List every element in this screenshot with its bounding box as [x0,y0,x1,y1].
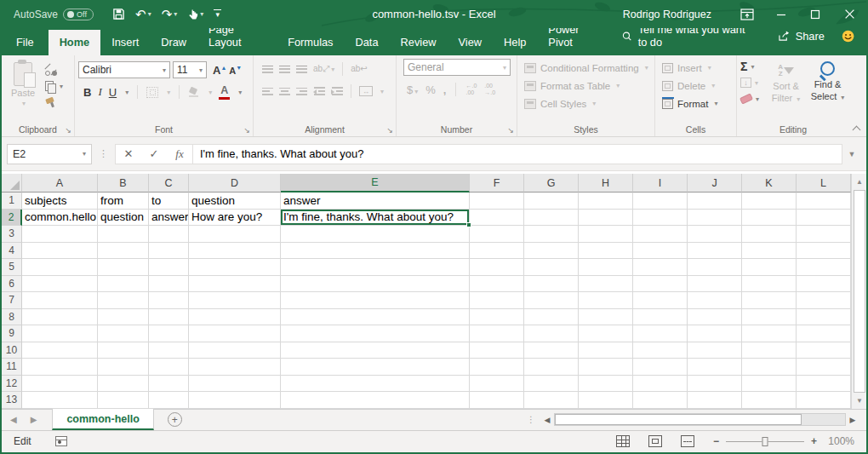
column-header-F[interactable]: F [470,174,524,193]
cell-H9[interactable] [579,325,633,342]
font-color-dropdown-icon[interactable]: ▾ [238,89,242,96]
cell-A6[interactable] [22,276,98,293]
cell-F3[interactable] [470,226,524,243]
paste-button[interactable]: Paste ▾ [5,59,41,108]
format-cells-dropdown-icon[interactable]: ▾ [714,100,717,107]
decrease-font-size-button[interactable]: A▼ [229,65,242,76]
cell-G10[interactable] [524,342,579,359]
cell-H2[interactable] [579,210,633,227]
cell-A11[interactable] [22,359,98,376]
row-header-12[interactable]: 12 [2,376,22,393]
zoom-out-button[interactable]: − [713,435,719,447]
minimize-button[interactable] [764,0,798,28]
ribbon-display-options-button[interactable] [730,0,764,28]
cell-J11[interactable] [688,359,742,376]
cell-L10[interactable] [797,342,851,359]
increase-font-size-button[interactable]: A▲ [213,64,226,77]
cell-styles-dropdown-icon[interactable]: ▾ [592,100,596,107]
previous-sheet-icon[interactable]: ◀ [10,415,17,424]
cell-B13[interactable] [98,392,149,409]
cell-C9[interactable] [149,325,189,342]
column-header-E[interactable]: E [281,174,470,193]
cell-D5[interactable] [189,259,281,276]
cell-J1[interactable] [688,193,742,210]
cell-F9[interactable] [470,325,524,342]
cell-I13[interactable] [633,392,688,409]
cell-I5[interactable] [633,259,688,276]
name-box[interactable]: E2 ▾ [7,144,92,164]
cell-D9[interactable] [189,325,281,342]
cell-K8[interactable] [742,309,797,326]
cell-I12[interactable] [633,376,688,393]
zoom-slider-thumb[interactable] [762,437,768,446]
cell-D6[interactable] [189,276,281,293]
cell-D2[interactable]: How are you? [189,210,281,227]
align-left-button[interactable] [262,88,273,95]
font-name-dropdown-icon[interactable]: ▾ [163,66,166,74]
column-header-K[interactable]: K [742,174,797,193]
font-size-dropdown-icon[interactable]: ▾ [199,66,203,74]
clipboard-dialog-launcher-icon[interactable]: ↘ [65,126,71,135]
cell-E6[interactable] [281,276,470,293]
cell-E7[interactable] [281,292,470,309]
cell-K3[interactable] [742,226,797,243]
cell-J4[interactable] [688,243,742,260]
cell-H12[interactable] [579,376,633,393]
format-as-table-dropdown-icon[interactable]: ▾ [616,82,620,89]
cell-B3[interactable] [98,226,149,243]
align-right-button[interactable] [296,88,307,95]
cell-E8[interactable] [281,309,470,326]
bold-button[interactable]: B [83,86,91,99]
number-format-dropdown-icon[interactable]: ▾ [503,64,506,72]
wrap-text-button[interactable]: ab↩ [351,65,368,73]
row-header-8[interactable]: 8 [2,309,22,326]
cell-J6[interactable] [688,276,742,293]
currency-button[interactable]: $▾ [407,83,418,96]
cell-B7[interactable] [98,292,149,309]
sort-filter-button[interactable]: AZ Sort & Filter ▾ [768,59,804,105]
cell-C3[interactable] [149,226,189,243]
cell-K6[interactable] [742,276,797,293]
close-button[interactable] [832,0,866,28]
collapse-ribbon-icon[interactable] [853,124,859,131]
cell-A8[interactable] [22,309,98,326]
borders-button-icon[interactable] [146,87,158,98]
column-header-I[interactable]: I [633,174,688,193]
column-header-J[interactable]: J [688,174,742,193]
cell-I7[interactable] [633,292,688,309]
cell-D11[interactable] [189,359,281,376]
cell-F4[interactable] [470,243,524,260]
cell-E2[interactable]: I'm fine, thanks. What about you? [281,210,470,227]
cell-L12[interactable] [797,376,851,393]
row-header-10[interactable]: 10 [2,342,22,359]
page-break-preview-button[interactable] [681,435,694,447]
row-header-13[interactable]: 13 [2,392,22,409]
cell-J3[interactable] [688,226,742,243]
cell-K10[interactable] [742,342,797,359]
cell-E11[interactable] [281,359,470,376]
tab-insert[interactable]: Insert [100,30,150,55]
cell-L2[interactable] [797,210,851,227]
column-header-B[interactable]: B [98,174,149,193]
cell-L8[interactable] [797,309,851,326]
cell-G11[interactable] [524,359,579,376]
increase-indent-button[interactable] [331,87,343,95]
cell-J5[interactable] [688,259,742,276]
cell-G13[interactable] [524,392,579,409]
align-center-button[interactable] [279,88,290,95]
cell-F13[interactable] [470,392,524,409]
formula-bar-expand-icon[interactable]: ▼ [842,150,861,158]
cell-B6[interactable] [98,276,149,293]
delete-cells-dropdown-icon[interactable]: ▾ [711,82,715,89]
cell-A7[interactable] [22,292,98,309]
cell-K4[interactable] [742,243,797,260]
cell-H6[interactable] [579,276,633,293]
cut-button[interactable] [44,64,63,76]
cell-K2[interactable] [742,210,797,227]
cell-F8[interactable] [470,309,524,326]
borders-dropdown-icon[interactable]: ▾ [167,89,170,96]
page-layout-view-button[interactable] [648,435,662,447]
tab-formulas[interactable]: Formulas [277,30,344,55]
cell-G8[interactable] [524,309,579,326]
cell-H5[interactable] [579,259,633,276]
